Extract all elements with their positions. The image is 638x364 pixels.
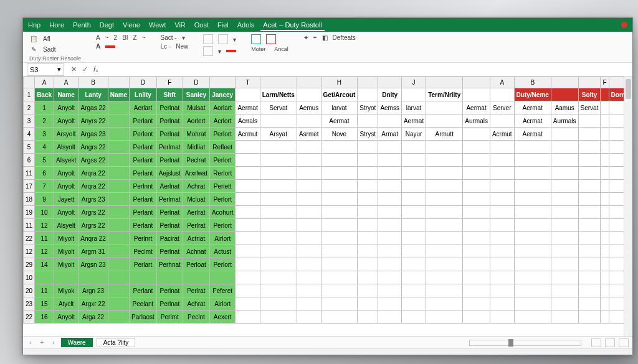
- cell[interactable]: [378, 114, 402, 128]
- column-header[interactable]: [209, 77, 235, 88]
- cell[interactable]: [108, 258, 129, 271]
- cell[interactable]: [463, 271, 490, 284]
- cell[interactable]: [463, 232, 490, 245]
- cell[interactable]: [463, 258, 490, 271]
- cell[interactable]: [321, 297, 358, 310]
- cell[interactable]: [321, 167, 358, 180]
- sheet-nav-prev[interactable]: ‹: [27, 339, 34, 346]
- cell[interactable]: [321, 154, 358, 167]
- cell[interactable]: Aerlart: [130, 101, 157, 114]
- cell[interactable]: [551, 232, 578, 245]
- cell[interactable]: Armat: [378, 128, 402, 141]
- cell[interactable]: larvat: [401, 101, 426, 114]
- header-band-cell[interactable]: Name: [54, 88, 79, 101]
- cell[interactable]: Aermat: [463, 101, 490, 114]
- cell[interactable]: Perlnat: [156, 297, 183, 310]
- cell[interactable]: Arqra 22: [79, 180, 108, 193]
- tab-2[interactable]: Penth: [73, 21, 91, 29]
- cell[interactable]: [551, 193, 578, 206]
- cell[interactable]: [183, 271, 209, 284]
- column-header[interactable]: A: [35, 77, 54, 88]
- column-header[interactable]: F: [156, 77, 183, 88]
- tab-1[interactable]: Hore: [49, 21, 64, 29]
- cell[interactable]: Mlyok: [54, 284, 79, 297]
- find-icon[interactable]: ✦: [303, 34, 308, 41]
- cell[interactable]: Perlett: [209, 180, 235, 193]
- cell[interactable]: Argsn 23: [79, 258, 108, 271]
- font-ctrl[interactable]: ~: [142, 34, 146, 41]
- cell[interactable]: Argas 22: [79, 101, 108, 114]
- sheet-nav-next[interactable]: ›: [50, 339, 57, 346]
- cell[interactable]: [551, 206, 578, 219]
- cell[interactable]: 4: [35, 141, 54, 154]
- column-header[interactable]: [260, 77, 297, 88]
- cell[interactable]: [578, 141, 601, 154]
- column-header[interactable]: [297, 77, 321, 88]
- cell[interactable]: 11: [35, 232, 54, 245]
- cell[interactable]: [321, 310, 358, 324]
- cell[interactable]: [108, 154, 129, 167]
- cell[interactable]: [260, 154, 297, 167]
- cell[interactable]: [463, 310, 490, 324]
- cell[interactable]: [297, 114, 321, 128]
- cell[interactable]: Anyolt: [54, 310, 79, 324]
- cell[interactable]: Servat: [260, 101, 297, 114]
- cell[interactable]: [514, 310, 551, 324]
- row-header[interactable]: 11: [24, 219, 35, 232]
- cell[interactable]: 2: [35, 114, 54, 128]
- column-header[interactable]: T: [236, 77, 260, 88]
- cell[interactable]: Acrrals: [236, 114, 260, 128]
- cell[interactable]: Pacirat: [156, 232, 183, 245]
- cell[interactable]: [260, 206, 297, 219]
- cell[interactable]: [260, 232, 297, 245]
- cell[interactable]: [236, 232, 260, 245]
- cell[interactable]: [297, 180, 321, 193]
- select-all-cell[interactable]: [24, 77, 35, 88]
- cell[interactable]: [601, 206, 609, 219]
- cell[interactable]: [358, 180, 378, 193]
- cell[interactable]: [297, 154, 321, 167]
- cell[interactable]: Aemus: [297, 101, 321, 114]
- header-band-cell[interactable]: Solty: [578, 88, 601, 101]
- cell[interactable]: [578, 232, 601, 245]
- cell[interactable]: Perlmat: [156, 193, 183, 206]
- tab-6[interactable]: ViR: [174, 21, 186, 29]
- cell[interactable]: [378, 154, 402, 167]
- cell[interactable]: [108, 232, 129, 245]
- cell[interactable]: Aamus: [551, 101, 578, 114]
- cell[interactable]: [108, 193, 129, 206]
- sheet-tab-active[interactable]: Waere: [61, 338, 93, 347]
- cell[interactable]: Mulsat: [183, 101, 209, 114]
- cell[interactable]: [236, 193, 260, 206]
- cell[interactable]: Perlant: [130, 284, 157, 297]
- cell[interactable]: Perlnat: [156, 128, 183, 141]
- cell[interactable]: 5: [35, 154, 54, 167]
- cell[interactable]: [609, 310, 624, 324]
- tab-0[interactable]: Hnp: [28, 21, 40, 29]
- cell[interactable]: [490, 180, 514, 193]
- cell[interactable]: [297, 258, 321, 271]
- cell[interactable]: [378, 180, 402, 193]
- cell[interactable]: [401, 271, 426, 284]
- cell[interactable]: [79, 271, 108, 284]
- cell[interactable]: [490, 193, 514, 206]
- cell[interactable]: 9: [35, 193, 54, 206]
- cell[interactable]: [609, 180, 624, 193]
- cell[interactable]: 15: [35, 297, 54, 310]
- column-header[interactable]: H: [321, 77, 358, 88]
- cell[interactable]: Perlant: [130, 141, 157, 154]
- cell[interactable]: [609, 154, 624, 167]
- cell[interactable]: Mcluat: [183, 193, 209, 206]
- fill-color-icon[interactable]: [226, 50, 236, 52]
- header-band-cell[interactable]: [551, 88, 578, 101]
- cell[interactable]: Perlant: [130, 193, 157, 206]
- cell[interactable]: Argrs 22: [79, 219, 108, 232]
- cell[interactable]: [514, 297, 551, 310]
- cell[interactable]: Perlant: [130, 114, 157, 128]
- cell[interactable]: [609, 271, 624, 284]
- tab-7[interactable]: Oost: [194, 21, 209, 29]
- tab-4[interactable]: Viene: [123, 21, 140, 29]
- row-header[interactable]: 17: [24, 180, 35, 193]
- page-break-icon[interactable]: [619, 338, 629, 347]
- cell[interactable]: [321, 219, 358, 232]
